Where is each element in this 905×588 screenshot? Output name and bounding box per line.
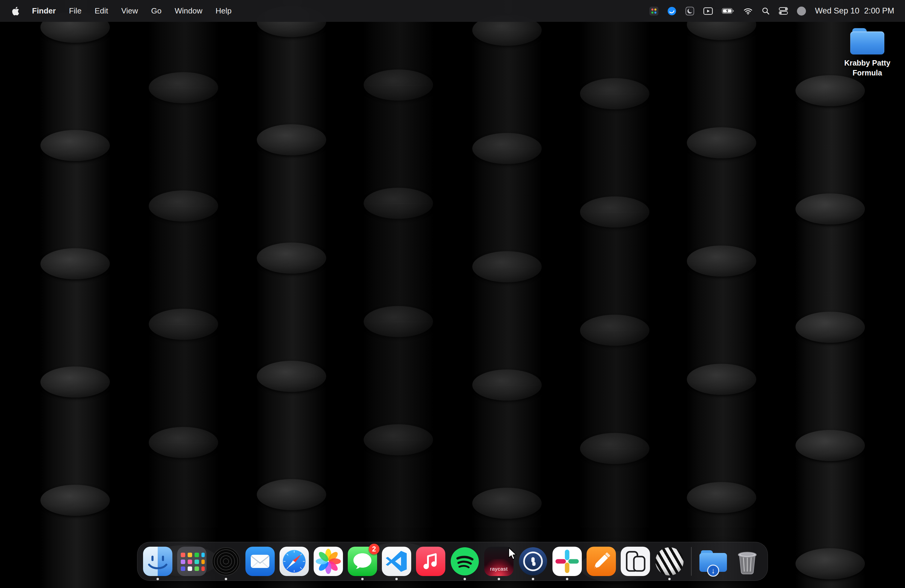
clock-time: 2:00 PM xyxy=(864,6,894,16)
control-center-icon[interactable] xyxy=(779,7,788,15)
dock-icon-iphone-mirroring[interactable] xyxy=(620,546,651,577)
spotlight-icon[interactable] xyxy=(762,7,770,15)
dock-icon-slack[interactable] xyxy=(552,546,583,577)
dock-icon-safari[interactable] xyxy=(279,546,310,577)
desktop-wallpaper xyxy=(0,0,905,588)
menu-help[interactable]: Help xyxy=(209,6,238,16)
menu-bar-status: Wed Sep 10 2:00 PM xyxy=(649,6,897,16)
messages-badge: 2 xyxy=(369,544,379,555)
download-arrow-icon: ↓ xyxy=(707,565,719,577)
menu-go[interactable]: Go xyxy=(144,6,168,16)
menu-window[interactable]: Window xyxy=(168,6,209,16)
desktop-folder-krabby-patty[interactable]: Krabby Patty Formula xyxy=(835,28,900,78)
dock-icon-vscode[interactable] xyxy=(381,546,412,577)
active-app-menu[interactable]: Finder xyxy=(25,6,62,16)
menu-bar-left: Finder File Edit View Go Window Help xyxy=(8,6,238,16)
now-playing-icon[interactable] xyxy=(703,7,713,15)
dock-icon-messages[interactable]: 2 xyxy=(347,546,378,577)
dock-icon-downloads[interactable]: ↓ xyxy=(698,546,729,577)
menubar-app-grid-icon[interactable] xyxy=(649,6,658,16)
raycast-label: raycast xyxy=(484,566,514,572)
dock-icon-1password[interactable] xyxy=(518,546,549,577)
wifi-icon[interactable] xyxy=(743,8,753,15)
menu-bar: Finder File Edit View Go Window Help xyxy=(0,0,905,22)
clock-date: Wed Sep 10 xyxy=(815,6,859,16)
dock-icon-raycast[interactable]: raycast xyxy=(483,546,514,577)
menubar-app-moon-icon[interactable] xyxy=(685,6,694,16)
desktop-screen: Finder File Edit View Go Window Help xyxy=(0,0,905,588)
dock-icon-finder[interactable] xyxy=(142,546,173,577)
dock-icon-concentric-circles[interactable] xyxy=(210,546,241,577)
menu-view[interactable]: View xyxy=(114,6,144,16)
dock-icon-pencil-app[interactable] xyxy=(586,546,617,577)
folder-label: Krabby Patty Formula xyxy=(835,58,900,78)
dock-icon-photos[interactable] xyxy=(313,546,344,577)
dock-icon-launchpad[interactable] xyxy=(176,546,207,577)
dock-icon-spotify[interactable] xyxy=(449,546,480,577)
dock-icon-music[interactable] xyxy=(415,546,446,577)
dock-icon-mail[interactable] xyxy=(245,546,276,577)
menubar-app-blue-icon[interactable] xyxy=(667,6,676,16)
folder-icon xyxy=(850,28,884,54)
dock-icon-striped-ball[interactable] xyxy=(654,546,685,577)
apple-menu-icon[interactable] xyxy=(8,6,25,16)
user-circle-icon[interactable] xyxy=(797,6,806,16)
menu-bar-clock[interactable]: Wed Sep 10 2:00 PM xyxy=(815,6,894,16)
menu-edit[interactable]: Edit xyxy=(88,6,114,16)
dock-icon-trash[interactable] xyxy=(732,546,763,577)
dock: 2 xyxy=(137,542,768,581)
battery-icon[interactable] xyxy=(722,8,734,14)
dock-separator xyxy=(691,547,692,576)
menu-file[interactable]: File xyxy=(62,6,88,16)
